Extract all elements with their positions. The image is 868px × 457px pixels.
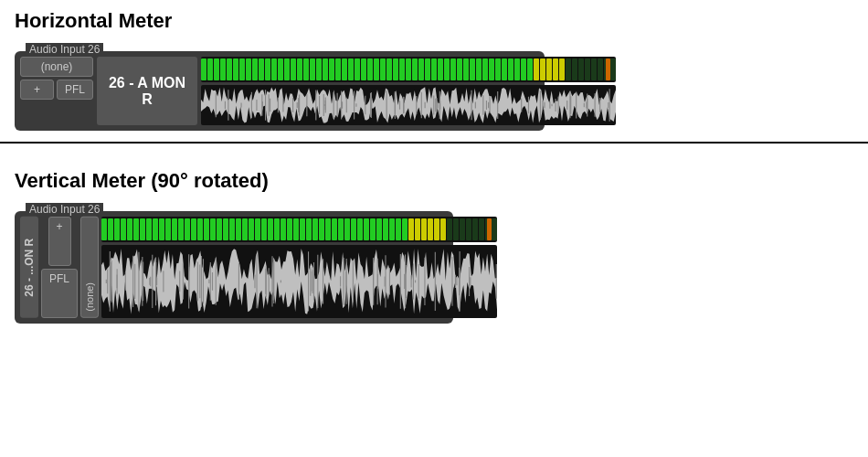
vu-segment: [271, 58, 277, 80]
vu-segment: [440, 218, 446, 240]
vu-segment: [204, 218, 209, 240]
vu-segment: [300, 218, 305, 240]
vu-segment: [348, 58, 354, 80]
vu-segment: [470, 58, 475, 80]
vu-segment: [380, 58, 386, 80]
vu-segment: [255, 218, 260, 240]
vu-segments-v: [101, 217, 497, 242]
waveform-svg-h: [201, 85, 616, 125]
vu-segment: [329, 58, 334, 80]
vu-segment: [431, 58, 437, 80]
vu-segment: [291, 58, 296, 80]
vu-segment: [357, 218, 363, 240]
vu-segment: [495, 58, 501, 80]
waveform-v: [101, 245, 497, 318]
pfl-button-h[interactable]: PFL: [57, 80, 93, 100]
vu-segment: [476, 58, 482, 80]
vu-segment: [191, 218, 196, 240]
vu-segment: [399, 58, 405, 80]
vu-segment: [591, 58, 597, 80]
vu-segment: [220, 58, 226, 80]
vu-segment: [217, 218, 222, 240]
vu-segment: [415, 218, 420, 240]
vu-segment: [165, 218, 171, 240]
vu-segment: [463, 58, 469, 80]
vu-segment: [374, 58, 379, 80]
vu-segment: [227, 58, 232, 80]
vu-segment: [502, 58, 507, 80]
plus-button-h[interactable]: +: [20, 80, 54, 100]
vu-meter-v: [101, 217, 497, 242]
vu-segment: [207, 58, 213, 80]
vu-segment: [101, 218, 107, 240]
vu-segment: [319, 218, 324, 240]
vu-segment: [284, 58, 290, 80]
vu-segment: [293, 218, 299, 240]
vu-segment: [252, 58, 258, 80]
vu-segment: [197, 218, 203, 240]
waveform-h: [201, 85, 616, 125]
vu-segment: [376, 218, 382, 240]
vu-segment: [361, 58, 366, 80]
vu-segment: [310, 58, 315, 80]
vert-meters-area: [101, 217, 497, 318]
vu-segment: [402, 218, 408, 240]
vu-segment: [259, 58, 264, 80]
vertical-controls: + PFL: [41, 217, 78, 318]
vu-segment: [514, 58, 520, 80]
vu-segment: [370, 218, 376, 240]
vu-segment: [389, 218, 395, 240]
vu-segment: [479, 218, 484, 240]
vu-segment: [447, 218, 452, 240]
vu-segment: [364, 218, 369, 240]
vu-segment: [146, 218, 152, 240]
vu-segment: [249, 218, 254, 240]
horizontal-controls-left: (none) + PFL: [20, 57, 93, 125]
vu-segment: [108, 218, 113, 240]
vu-segment: [492, 218, 497, 240]
vu-segment: [418, 58, 424, 80]
vu-segment: [367, 58, 373, 80]
vu-meter-h: [201, 57, 616, 82]
vu-segment: [265, 58, 270, 80]
vu-segment: [412, 58, 418, 80]
vu-segment: [114, 218, 120, 240]
vu-segment: [201, 58, 206, 80]
vu-segment: [344, 218, 350, 240]
horizontal-section: Horizontal Meter Audio Input 26 (none) +…: [0, 0, 868, 131]
vu-segment: [572, 58, 577, 80]
vu-segment: [172, 218, 177, 240]
none-button-h[interactable]: (none): [20, 57, 93, 77]
vu-segment: [466, 218, 471, 240]
vu-segment: [425, 58, 430, 80]
none-button-v[interactable]: (none): [80, 217, 99, 318]
vu-segment: [342, 58, 347, 80]
vu-segment: [553, 58, 558, 80]
vu-segment: [127, 218, 132, 240]
vu-segment: [566, 58, 571, 80]
vu-segment: [332, 218, 337, 240]
vu-segment: [396, 218, 401, 240]
vu-segment: [598, 58, 603, 80]
vu-segment: [229, 218, 235, 240]
vertical-panel-label: Audio Input 26: [26, 203, 103, 216]
vu-segment: [408, 218, 414, 240]
vu-segment: [246, 58, 251, 80]
vu-segment: [210, 218, 216, 240]
vu-segment: [233, 58, 238, 80]
vu-segment: [323, 58, 328, 80]
waveform-svg-v: [101, 245, 497, 318]
vu-segment: [489, 58, 494, 80]
vu-segment: [406, 58, 411, 80]
vu-segment: [482, 58, 488, 80]
vu-segment: [559, 58, 565, 80]
vu-segment: [472, 218, 478, 240]
vu-segment: [351, 218, 356, 240]
vu-segment: [287, 218, 292, 240]
plus-button-v[interactable]: +: [48, 217, 71, 266]
vu-segment: [159, 218, 164, 240]
vu-segment: [274, 218, 280, 240]
vu-segment: [239, 58, 245, 80]
vu-segment: [383, 218, 388, 240]
pfl-button-v[interactable]: PFL: [41, 269, 78, 318]
